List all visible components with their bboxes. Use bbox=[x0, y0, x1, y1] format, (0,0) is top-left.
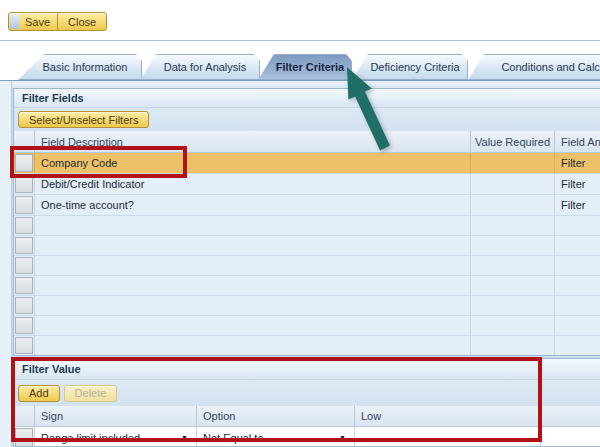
row-selector[interactable] bbox=[14, 174, 35, 194]
row-selector[interactable] bbox=[14, 427, 35, 447]
row-selector-box bbox=[15, 297, 33, 314]
table-row-company-code[interactable]: Company Code Filter bbox=[14, 153, 600, 174]
table-row-empty bbox=[14, 296, 600, 316]
field-description-cell bbox=[35, 296, 471, 315]
table-row-empty bbox=[14, 336, 600, 356]
low-input-cell[interactable] bbox=[355, 427, 541, 447]
row-selector[interactable] bbox=[14, 336, 35, 355]
row-selector[interactable] bbox=[14, 276, 35, 295]
tab-filter-criteria[interactable]: Filter Criteria bbox=[258, 54, 352, 80]
dropdown-caret-icon[interactable]: ▼ bbox=[181, 434, 188, 441]
field-description-cell[interactable]: Company Code bbox=[35, 153, 471, 173]
value-required-cell bbox=[471, 296, 555, 315]
column-header-sign[interactable]: Sign bbox=[35, 406, 197, 426]
close-button[interactable]: Close bbox=[57, 12, 107, 31]
table-row-debit-credit-indicator[interactable]: Debit/Credit Indicator Filter bbox=[14, 174, 600, 195]
tab-basic-information[interactable]: Basic Information bbox=[18, 54, 142, 80]
delete-button-label: Delete bbox=[75, 387, 107, 399]
row-selector-box bbox=[15, 217, 33, 234]
tab-strip: Basic Information Data for Analysis Filt… bbox=[0, 41, 600, 80]
delete-button[interactable]: Delete bbox=[64, 385, 118, 402]
add-button[interactable]: Add bbox=[18, 385, 60, 402]
filter-fields-title-label: Filter Fields bbox=[22, 92, 84, 104]
column-header-field-analysis[interactable]: Field An bbox=[555, 131, 600, 152]
row-selector-box bbox=[15, 337, 33, 354]
selector-column-header bbox=[14, 406, 35, 426]
tabstrip-divider bbox=[0, 80, 600, 81]
close-button-label: Close bbox=[68, 16, 96, 28]
row-selector-box bbox=[15, 175, 33, 193]
filter-value-title: Filter Value bbox=[14, 359, 600, 380]
column-header-value-required[interactable]: Value Required bbox=[471, 131, 555, 152]
field-description-cell bbox=[35, 276, 471, 295]
field-analysis-cell bbox=[555, 236, 600, 255]
field-description-cell bbox=[35, 256, 471, 275]
dropdown-caret-icon[interactable]: ▼ bbox=[339, 434, 346, 441]
row-selector[interactable] bbox=[14, 316, 35, 335]
select-unselect-filters-button[interactable]: Select/Unselect Filters bbox=[18, 111, 149, 128]
tab-deficiency-criteria[interactable]: Deficiency Criteria bbox=[352, 54, 468, 80]
sign-dropdown[interactable]: Range limit included ▼ bbox=[35, 427, 197, 447]
tab-label: Data for Analysis bbox=[164, 61, 247, 73]
tab-label: Conditions and Calcula bbox=[501, 61, 600, 73]
filter-value-title-label: Filter Value bbox=[22, 363, 81, 375]
row-selector-box bbox=[15, 428, 33, 447]
value-required-cell bbox=[471, 236, 555, 255]
field-analysis-cell: Filter bbox=[555, 174, 600, 194]
filter-value-toolbar: Add Delete bbox=[14, 380, 600, 406]
field-description-cell bbox=[35, 236, 471, 255]
option-value: Not Equal to bbox=[203, 432, 264, 444]
filter-fields-table: Field Description Value Required Field A… bbox=[14, 131, 600, 356]
filter-value-row[interactable]: Range limit included ▼ Not Equal to ▼ bbox=[14, 427, 600, 447]
row-filler bbox=[541, 427, 600, 447]
option-dropdown[interactable]: Not Equal to ▼ bbox=[197, 427, 355, 447]
top-toolbar: Save Close bbox=[0, 0, 600, 41]
filter-fields-empty-rows bbox=[14, 216, 600, 356]
value-required-cell bbox=[471, 316, 555, 335]
field-analysis-cell: Filter bbox=[555, 195, 600, 215]
select-unselect-filters-label: Select/Unselect Filters bbox=[29, 114, 138, 126]
row-selector[interactable] bbox=[14, 256, 35, 275]
field-description-cell[interactable]: One-time account? bbox=[35, 195, 471, 215]
value-required-cell bbox=[471, 174, 555, 194]
save-button[interactable]: Save bbox=[8, 12, 61, 31]
field-description-cell bbox=[35, 336, 471, 355]
filter-value-table-header: Sign Option Low bbox=[14, 406, 600, 427]
column-header-low[interactable]: Low bbox=[355, 406, 541, 426]
value-required-cell bbox=[471, 256, 555, 275]
field-analysis-cell bbox=[555, 296, 600, 315]
field-description-cell[interactable]: Debit/Credit Indicator bbox=[35, 174, 471, 194]
filter-fields-table-header: Field Description Value Required Field A… bbox=[14, 131, 600, 153]
value-required-cell bbox=[471, 216, 555, 235]
table-row-empty bbox=[14, 316, 600, 336]
column-header-field-description[interactable]: Field Description bbox=[35, 131, 471, 152]
tab-data-for-analysis[interactable]: Data for Analysis bbox=[140, 54, 260, 80]
table-row-empty bbox=[14, 216, 600, 236]
value-required-cell bbox=[471, 153, 555, 173]
table-row-empty bbox=[14, 256, 600, 276]
tab-label: Basic Information bbox=[43, 61, 128, 73]
sign-value: Range limit included bbox=[41, 432, 140, 444]
save-button-label: Save bbox=[25, 16, 50, 28]
field-analysis-cell bbox=[555, 276, 600, 295]
filter-value-table: Sign Option Low Range limit included ▼ N… bbox=[14, 406, 600, 447]
column-header-option[interactable]: Option bbox=[197, 406, 355, 426]
table-row-one-time-account[interactable]: One-time account? Filter bbox=[14, 195, 600, 216]
row-selector[interactable] bbox=[14, 195, 35, 215]
field-description-cell bbox=[35, 316, 471, 335]
field-analysis-cell bbox=[555, 336, 600, 355]
row-selector-box bbox=[15, 196, 33, 214]
row-selector[interactable] bbox=[14, 153, 35, 173]
tab-conditions-and-calculations[interactable]: Conditions and Calcula bbox=[468, 54, 600, 80]
row-selector-box bbox=[15, 154, 33, 172]
save-button-default-indicator bbox=[10, 14, 19, 29]
selector-column-header bbox=[14, 131, 35, 152]
sap-filter-criteria-window: Save Close Basic Information Data for An… bbox=[0, 0, 600, 447]
field-analysis-cell bbox=[555, 216, 600, 235]
row-selector[interactable] bbox=[14, 296, 35, 315]
value-required-cell bbox=[471, 336, 555, 355]
row-selector[interactable] bbox=[14, 236, 35, 255]
left-margin-strip bbox=[0, 81, 12, 447]
row-selector[interactable] bbox=[14, 216, 35, 235]
table-row-empty bbox=[14, 236, 600, 256]
